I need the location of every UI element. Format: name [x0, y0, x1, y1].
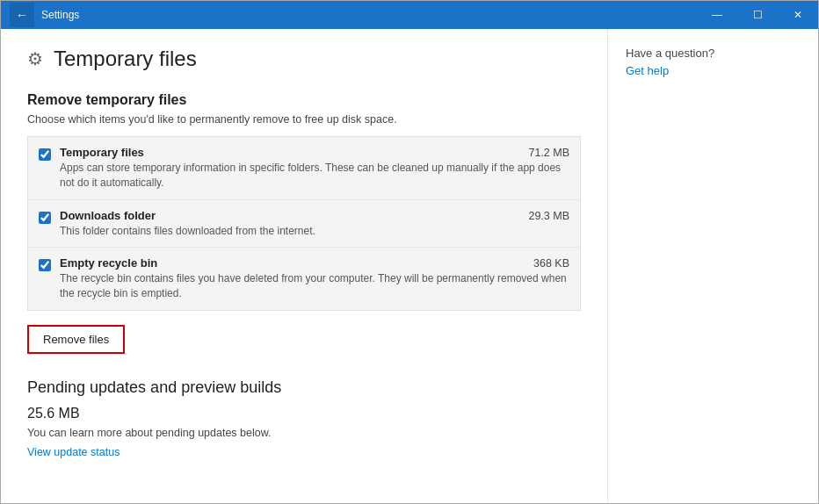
page-title: Temporary files — [54, 47, 197, 71]
list-item: Temporary files 71.2 MB Apps can store t… — [28, 137, 580, 200]
temporary-files-info: Temporary files 71.2 MB Apps can store t… — [60, 146, 569, 191]
temporary-files-header: Temporary files 71.2 MB — [60, 146, 569, 159]
downloads-folder-checkbox[interactable] — [39, 212, 51, 224]
title-bar-left: ← Settings — [10, 3, 79, 27]
close-button[interactable]: ✕ — [778, 1, 818, 29]
sidebar-question: Have a question? — [626, 47, 801, 60]
downloads-folder-desc: This folder contains files downloaded fr… — [60, 224, 569, 239]
downloads-folder-size: 29.3 MB — [528, 210, 569, 222]
sidebar: Have a question? Get help — [607, 29, 818, 503]
temporary-files-name: Temporary files — [60, 146, 144, 159]
temporary-files-desc: Apps can store temporary information in … — [60, 161, 569, 191]
pending-size: 25.6 MB — [27, 406, 581, 421]
recycle-bin-info: Empty recycle bin 368 KB The recycle bin… — [60, 256, 569, 301]
window: ← Settings — ☐ ✕ ⚙ Temporary files Remov… — [0, 0, 819, 504]
page-header: ⚙ Temporary files — [27, 47, 581, 71]
downloads-folder-header: Downloads folder 29.3 MB — [60, 209, 569, 222]
minimize-button[interactable]: — — [697, 1, 737, 29]
recycle-bin-desc: The recycle bin contains files you have … — [60, 271, 569, 301]
recycle-bin-header: Empty recycle bin 368 KB — [60, 256, 569, 270]
remove-files-button[interactable]: Remove files — [27, 325, 125, 354]
pending-description: You can learn more about pending updates… — [27, 427, 581, 439]
main-content: ⚙ Temporary files Remove temporary files… — [1, 29, 607, 503]
downloads-folder-info: Downloads folder 29.3 MB This folder con… — [60, 209, 569, 239]
temporary-files-size: 71.2 MB — [528, 147, 569, 159]
temporary-files-checkbox[interactable] — [39, 148, 51, 161]
remove-section: Remove temporary files Choose which item… — [27, 92, 581, 378]
title-bar: ← Settings — ☐ ✕ — [1, 1, 818, 29]
pending-section: Pending updates and preview builds 25.6 … — [27, 378, 581, 458]
recycle-bin-size: 368 KB — [533, 257, 569, 270]
gear-icon: ⚙ — [27, 48, 43, 69]
get-help-link[interactable]: Get help — [626, 64, 669, 77]
recycle-bin-checkbox[interactable] — [39, 259, 51, 271]
back-button[interactable]: ← — [10, 3, 34, 27]
maximize-button[interactable]: ☐ — [737, 1, 778, 29]
title-bar-title: Settings — [41, 9, 79, 21]
downloads-folder-name: Downloads folder — [60, 209, 156, 222]
pending-title: Pending updates and preview builds — [27, 378, 581, 397]
section-description: Choose which items you'd like to permane… — [27, 113, 581, 126]
list-item: Downloads folder 29.3 MB This folder con… — [28, 200, 580, 248]
items-list: Temporary files 71.2 MB Apps can store t… — [27, 136, 581, 311]
recycle-bin-name: Empty recycle bin — [60, 256, 157, 270]
section-heading: Remove temporary files — [27, 92, 581, 108]
title-bar-controls: — ☐ ✕ — [697, 1, 818, 29]
list-item: Empty recycle bin 368 KB The recycle bin… — [28, 248, 580, 310]
content-area: ⚙ Temporary files Remove temporary files… — [1, 29, 818, 503]
view-update-status-link[interactable]: View update status — [27, 446, 120, 458]
